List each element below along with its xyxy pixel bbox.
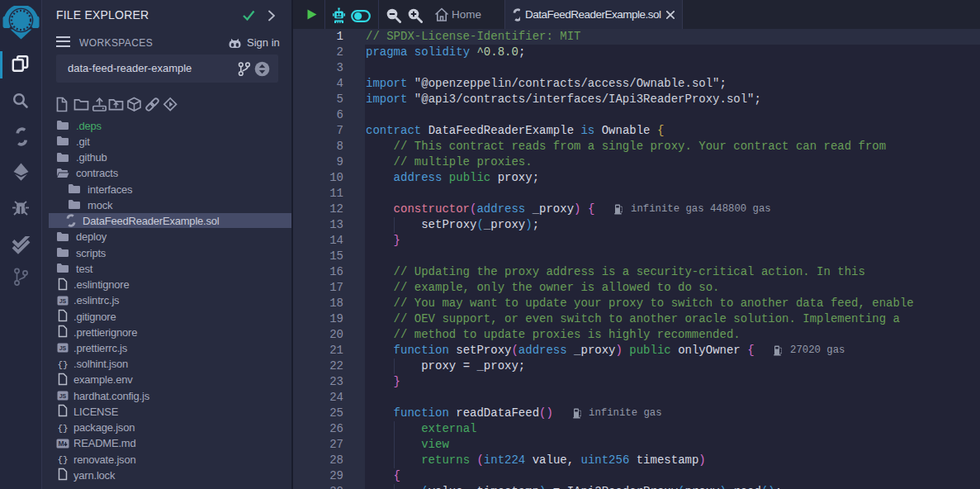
svg-text:JS: JS	[59, 298, 67, 304]
svg-text:M: M	[58, 439, 64, 448]
svg-text:JS: JS	[59, 393, 67, 399]
svg-text:{}: {}	[57, 360, 68, 370]
svg-text:JS: JS	[59, 345, 67, 351]
svg-text:{}: {}	[57, 424, 68, 434]
svg-text:{}: {}	[57, 455, 68, 465]
